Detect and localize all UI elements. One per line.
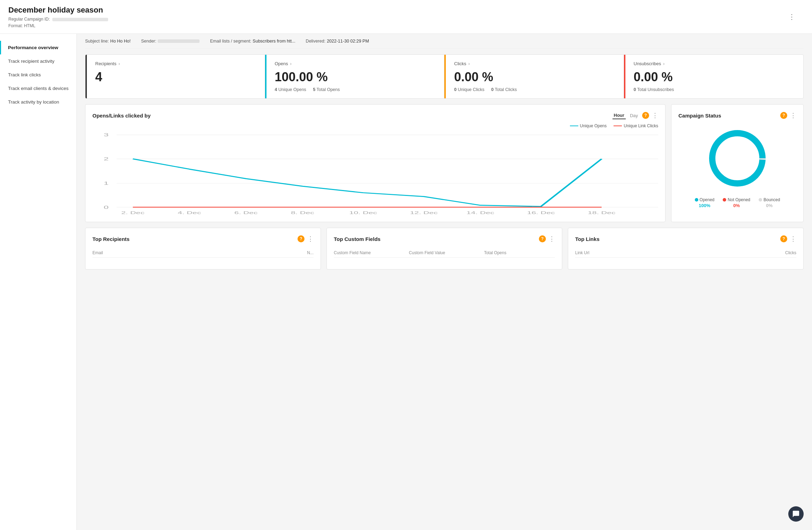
top-links-actions: ? ⋮ <box>780 235 796 243</box>
campaign-status-actions: ? ⋮ <box>780 112 796 119</box>
unsubscribes-label: Unsubscribes <box>634 61 661 66</box>
legend-bounced: Bounced 0% <box>759 197 780 208</box>
top-links-more-icon[interactable]: ⋮ <box>790 235 796 243</box>
opened-dot <box>695 198 698 202</box>
chat-icon <box>792 510 800 518</box>
campaign-status-card: Campaign Status ? ⋮ <box>671 104 804 222</box>
top-links-help-icon[interactable]: ? <box>780 235 787 242</box>
stat-card-opens: Opens › 100.00 % 4 Unique Opens 5 Total … <box>265 55 445 98</box>
svg-text:18. Dec: 18. Dec <box>588 211 616 215</box>
col-n: N... <box>307 250 314 255</box>
legend-opened: Opened 100% <box>695 197 715 208</box>
top-custom-fields-table-header: Custom Field Name Custom Field Value Tot… <box>334 248 555 258</box>
clicks-label: Clicks <box>454 61 466 66</box>
total-opens-count: 5 Total Opens <box>313 87 343 92</box>
opened-pct: 100% <box>699 203 710 208</box>
col-clicks: Clicks <box>785 250 796 255</box>
opens-chart-more-icon[interactable]: ⋮ <box>652 112 658 119</box>
svg-point-17 <box>712 133 762 183</box>
total-unsubscribes-count: 0 Total Unsubscribes <box>634 87 677 92</box>
svg-text:6. Dec: 6. Dec <box>234 211 258 215</box>
email-list-info: Email lists / segment: Subscribers from … <box>210 39 295 44</box>
top-recipients-table-header: Email N... <box>92 248 314 258</box>
campaign-status-title: Campaign Status <box>678 113 721 119</box>
page-title: December holiday season <box>8 6 804 15</box>
unsubscribes-value: 0.00 % <box>634 70 795 84</box>
donut-chart-container <box>678 123 796 193</box>
opens-sub: 4 Unique Opens 5 Total Opens <box>275 87 436 92</box>
svg-text:2. Dec: 2. Dec <box>121 211 144 215</box>
svg-text:10. Dec: 10. Dec <box>349 211 377 215</box>
opens-links-chart-card: Opens/Links clicked by Hour Day ? ⋮ Uniq… <box>85 104 666 222</box>
sidebar: Performance overview Track recipient act… <box>0 34 77 530</box>
campaign-status-more-icon[interactable]: ⋮ <box>790 112 796 119</box>
svg-text:2: 2 <box>104 157 108 161</box>
recipients-value: 4 <box>95 70 256 84</box>
tab-day[interactable]: Day <box>629 112 639 119</box>
opens-chart-help-icon[interactable]: ? <box>642 112 649 119</box>
not-opened-dot <box>723 198 726 202</box>
sender-value <box>158 39 200 43</box>
svg-text:1: 1 <box>104 181 108 186</box>
top-links-card: Top Links ? ⋮ Link Url Clicks <box>568 228 804 270</box>
top-recipients-actions: ? ⋮ <box>298 235 314 243</box>
unsubscribes-arrow[interactable]: › <box>663 61 664 66</box>
top-custom-fields-more-icon[interactable]: ⋮ <box>549 235 555 243</box>
col-link-url: Link Url <box>575 250 781 255</box>
clicks-arrow[interactable]: › <box>468 61 470 66</box>
stat-card-clicks: Clicks › 0.00 % 0 Unique Clicks 0 Total … <box>444 55 624 98</box>
legend-not-opened: Not Opened 0% <box>723 197 750 208</box>
tab-hour[interactable]: Hour <box>612 112 626 119</box>
svg-text:0: 0 <box>104 205 108 210</box>
unique-clicks-count: 0 Unique Clicks <box>454 87 487 92</box>
top-recipients-help-icon[interactable]: ? <box>298 235 304 242</box>
subject-line-info: Subject line: Ho Ho Ho! <box>85 39 130 44</box>
sender-info: Sender: <box>141 39 200 44</box>
top-recipients-title: Top Recipients <box>92 236 129 242</box>
campaign-status-help-icon[interactable]: ? <box>780 112 787 119</box>
donut-chart-svg <box>702 123 772 193</box>
opens-arrow[interactable]: › <box>290 61 292 66</box>
stats-row: Recipients › 4 Opens › 100.00 % 4 Unique… <box>85 54 804 99</box>
sidebar-item-performance-overview[interactable]: Performance overview <box>0 41 76 54</box>
delivered-info: Delivered: 2022-11-30 02:29 PM <box>306 39 369 44</box>
chart-legend: Unique Opens Unique Link Clicks <box>92 123 658 128</box>
legend-unique-link-clicks: Unique Link Clicks <box>614 123 658 128</box>
svg-text:8. Dec: 8. Dec <box>291 211 314 215</box>
stat-card-unsubscribes: Unsubscribes › 0.00 % 0 Total Unsubscrib… <box>624 55 804 98</box>
sidebar-item-track-location[interactable]: Track activity by location <box>0 95 76 109</box>
top-links-table-header: Link Url Clicks <box>575 248 796 258</box>
svg-text:16. Dec: 16. Dec <box>527 211 555 215</box>
sidebar-item-track-email-clients[interactable]: Track email clients & devices <box>0 82 76 95</box>
sidebar-item-track-link-clicks[interactable]: Track link clicks <box>0 68 76 82</box>
campaign-id-value <box>52 18 108 21</box>
format-label: Format: HTML <box>8 23 35 28</box>
top-recipients-more-icon[interactable]: ⋮ <box>307 235 314 243</box>
col-total-opens: Total Opens <box>484 250 555 255</box>
svg-text:14. Dec: 14. Dec <box>466 211 494 215</box>
more-options-icon[interactable]: ⋮ <box>788 13 795 21</box>
recipients-arrow[interactable]: › <box>119 61 120 66</box>
legend-unique-opens: Unique Opens <box>570 123 607 128</box>
campaign-info-bar: Subject line: Ho Ho Ho! Sender: Email li… <box>85 34 804 49</box>
unique-opens-count: 4 Unique Opens <box>275 87 309 92</box>
top-custom-fields-title: Top Custom Fields <box>334 236 381 242</box>
svg-text:3: 3 <box>104 133 108 137</box>
top-custom-fields-help-icon[interactable]: ? <box>539 235 546 242</box>
chat-bubble[interactable] <box>788 506 804 522</box>
legend-line-teal <box>570 126 578 126</box>
col-custom-field-name: Custom Field Name <box>334 250 405 255</box>
opens-label: Opens <box>275 61 288 66</box>
legend-line-red <box>614 126 622 126</box>
col-email: Email <box>92 250 303 255</box>
bounced-dot <box>759 198 762 202</box>
donut-legend: Opened 100% Not Opened 0% <box>678 197 796 208</box>
top-links-title: Top Links <box>575 236 600 242</box>
top-custom-fields-actions: ? ⋮ <box>539 235 555 243</box>
opens-value: 100.00 % <box>275 70 436 84</box>
svg-text:4. Dec: 4. Dec <box>178 211 201 215</box>
opens-chart-title: Opens/Links clicked by <box>92 113 151 119</box>
opens-chart-actions: Hour Day ? ⋮ <box>612 112 658 119</box>
bottom-row: Top Recipients ? ⋮ Email N... Top Cust <box>85 228 804 270</box>
sidebar-item-track-recipient[interactable]: Track recipient activity <box>0 54 76 68</box>
